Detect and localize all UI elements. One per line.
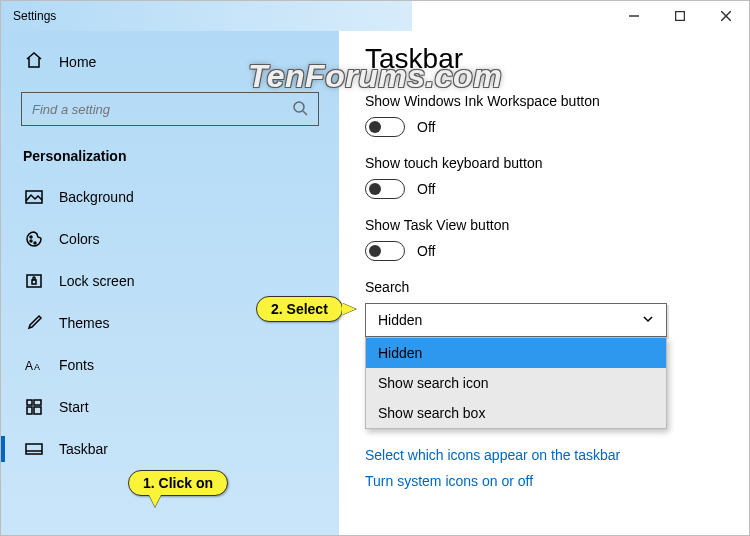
home-icon <box>25 51 43 72</box>
search-icon <box>292 100 308 119</box>
home-nav[interactable]: Home <box>21 45 319 78</box>
svg-rect-1 <box>676 12 685 21</box>
toggle-state: Off <box>417 119 435 135</box>
svg-rect-18 <box>26 444 42 454</box>
link-system-icons[interactable]: Turn system icons on or off <box>365 473 723 489</box>
sidebar-item-start[interactable]: Start <box>21 388 319 426</box>
main-content: Taskbar Show Windows Ink Workspace butto… <box>339 31 749 535</box>
setting-label: Show Windows Ink Workspace button <box>365 93 723 109</box>
grid-icon <box>25 398 43 416</box>
search-label: Search <box>365 279 723 295</box>
svg-text:A: A <box>25 359 33 373</box>
svg-point-7 <box>30 236 32 238</box>
toggle-state: Off <box>417 243 435 259</box>
brush-icon <box>25 314 43 332</box>
setting-label: Show Task View button <box>365 217 723 233</box>
svg-rect-15 <box>34 400 41 405</box>
minimize-button[interactable] <box>611 1 657 31</box>
search-input[interactable] <box>32 102 292 117</box>
toggle-state: Off <box>417 181 435 197</box>
sidebar-item-label: Fonts <box>59 357 94 373</box>
search-box[interactable] <box>21 92 319 126</box>
link-select-icons[interactable]: Select which icons appear on the taskbar <box>365 447 723 463</box>
search-dropdown[interactable]: Hidden <box>365 303 667 337</box>
dropdown-option-icon[interactable]: Show search icon <box>366 368 666 398</box>
sidebar-item-label: Background <box>59 189 134 205</box>
settings-window: Settings Home Personalization Background… <box>0 0 750 536</box>
callout-select: 2. Select <box>256 296 343 322</box>
window-title: Settings <box>13 9 56 23</box>
svg-rect-14 <box>27 400 32 405</box>
sidebar-item-label: Taskbar <box>59 441 108 457</box>
svg-line-5 <box>303 111 307 115</box>
sidebar-item-fonts[interactable]: AA Fonts <box>21 346 319 384</box>
svg-rect-11 <box>32 280 36 284</box>
taskbar-icon <box>25 440 43 458</box>
svg-rect-17 <box>34 407 41 414</box>
titlebar: Settings <box>1 1 749 31</box>
task-view-toggle[interactable] <box>365 241 405 261</box>
search-dropdown-list: Hidden Show search icon Show search box <box>365 337 667 429</box>
picture-icon <box>25 188 43 206</box>
sidebar-item-lockscreen[interactable]: Lock screen <box>21 262 319 300</box>
svg-point-4 <box>294 102 304 112</box>
sidebar-item-label: Colors <box>59 231 99 247</box>
setting-label: Show touch keyboard button <box>365 155 723 171</box>
dropdown-option-box[interactable]: Show search box <box>366 398 666 428</box>
sidebar-item-label: Start <box>59 399 89 415</box>
dropdown-value: Hidden <box>378 312 422 328</box>
svg-text:A: A <box>34 362 40 372</box>
touch-keyboard-toggle[interactable] <box>365 179 405 199</box>
sidebar-item-taskbar[interactable]: Taskbar <box>21 430 319 468</box>
dropdown-option-hidden[interactable]: Hidden <box>366 338 666 368</box>
sidebar: Home Personalization Background Colors L… <box>1 31 339 535</box>
palette-icon <box>25 230 43 248</box>
ink-workspace-toggle[interactable] <box>365 117 405 137</box>
fonts-icon: AA <box>25 356 43 374</box>
sidebar-item-colors[interactable]: Colors <box>21 220 319 258</box>
page-title: Taskbar <box>365 43 723 75</box>
chevron-down-icon <box>642 312 654 328</box>
maximize-button[interactable] <box>657 1 703 31</box>
sidebar-item-label: Lock screen <box>59 273 134 289</box>
svg-point-9 <box>34 242 36 244</box>
home-label: Home <box>59 54 96 70</box>
sidebar-item-label: Themes <box>59 315 110 331</box>
lock-icon <box>25 272 43 290</box>
svg-rect-16 <box>27 407 32 414</box>
close-button[interactable] <box>703 1 749 31</box>
svg-point-8 <box>30 240 32 242</box>
callout-click-on: 1. Click on <box>128 470 228 496</box>
sidebar-item-background[interactable]: Background <box>21 178 319 216</box>
section-title: Personalization <box>23 148 319 164</box>
